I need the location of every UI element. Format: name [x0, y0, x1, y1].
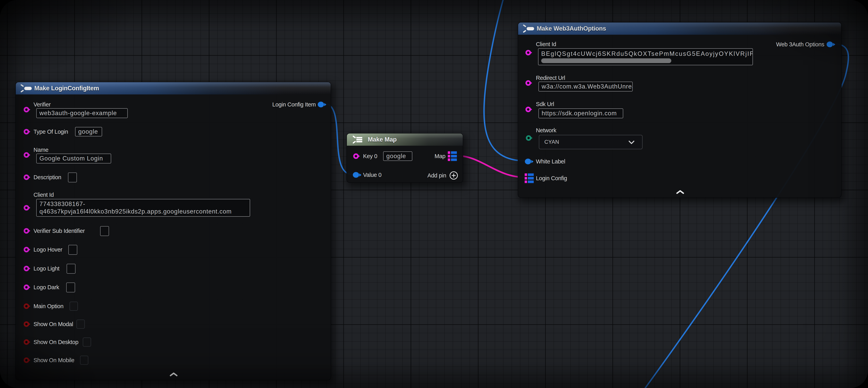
- input-pin-value-0[interactable]: [353, 172, 359, 178]
- input-pin-sdk-url[interactable]: [525, 107, 531, 112]
- logo-dark-input[interactable]: [66, 282, 75, 292]
- input-pin-redirect-url[interactable]: [525, 80, 531, 86]
- pin-label: Verifier: [33, 101, 51, 108]
- redirect-url-input[interactable]: w3a://com.w3a.Web3AuthUnreal: [538, 82, 633, 91]
- pin-label: Key 0: [363, 153, 377, 159]
- node-title: Make Map: [368, 136, 397, 143]
- make-struct-icon: [523, 25, 535, 33]
- client-id-input[interactable]: 774338308167-q463s7kpvja16l4l0kko3nb925i…: [36, 199, 250, 217]
- chevron-down-icon: [628, 140, 635, 145]
- pin-label: Type Of Login: [33, 128, 68, 135]
- node-header[interactable]: Make Web3AuthOptions: [518, 23, 841, 35]
- pin-label: Logo Dark: [33, 284, 59, 291]
- make-map-icon: [353, 136, 365, 144]
- pin-label: Description: [33, 174, 61, 181]
- make-struct-icon: [21, 84, 33, 92]
- output-label: Map: [435, 153, 445, 159]
- key-0-input[interactable]: google: [383, 151, 412, 161]
- input-pin-show-on-desktop[interactable]: [24, 339, 29, 345]
- pin-label: Logo Light: [33, 265, 59, 272]
- pin-label: Logo Hover: [33, 246, 62, 253]
- node-header[interactable]: Make Map: [347, 133, 463, 146]
- node-header[interactable]: Make LoginConfigItem: [16, 82, 331, 94]
- output-pin-map[interactable]: [448, 151, 457, 161]
- node-make-map[interactable]: Make Map Key 0 google Value 0 Map Add pi…: [346, 133, 463, 183]
- add-pin-label: Add pin: [427, 172, 446, 179]
- pin-label: Client Id: [536, 41, 556, 48]
- input-pin-network[interactable]: [526, 135, 531, 141]
- input-pin-key-0[interactable]: [353, 153, 359, 159]
- node-make-web3authoptions[interactable]: Make Web3AuthOptions Web 3Auth Options C…: [518, 22, 842, 198]
- network-value: CYAN: [545, 139, 559, 145]
- input-pin-client-id[interactable]: [525, 50, 531, 55]
- show-on-desktop-checkbox[interactable]: [83, 337, 91, 347]
- wire-map-to-loginconfig[interactable]: [457, 156, 525, 177]
- collapse-node-chevron[interactable]: [676, 189, 684, 195]
- verifier-input[interactable]: web3auth-google-example: [36, 108, 128, 118]
- logo-hover-input[interactable]: [68, 245, 77, 255]
- pin-label: Sdk Url: [536, 101, 554, 108]
- pin-label: Show On Mobile: [33, 357, 74, 363]
- type-of-login-input[interactable]: google: [75, 127, 102, 137]
- output-pin-web3auth-options[interactable]: [827, 41, 833, 47]
- output-pin-login-config-item[interactable]: [318, 102, 324, 108]
- input-pin-main-option[interactable]: [24, 303, 29, 309]
- pin-label: Value 0: [363, 172, 381, 178]
- input-pin-logo-dark[interactable]: [24, 285, 29, 290]
- pin-label: Main Option: [33, 303, 63, 309]
- input-pin-show-on-mobile[interactable]: [24, 357, 29, 363]
- output-label: Web 3Auth Options: [776, 41, 824, 48]
- pin-label: Show On Desktop: [33, 339, 79, 346]
- node-title: Make LoginConfigItem: [34, 85, 99, 92]
- node-make-loginconfigitem[interactable]: Make LoginConfigItem Login Config Item V…: [16, 82, 331, 380]
- pin-label: Name: [33, 147, 49, 153]
- pin-label: Redirect Url: [536, 75, 565, 81]
- verifier-sub-identifier-input[interactable]: [100, 226, 109, 236]
- network-dropdown[interactable]: CYAN: [539, 135, 643, 149]
- pin-label: Network: [536, 127, 556, 134]
- pin-label: Show On Modal: [33, 321, 73, 327]
- input-pin-name[interactable]: [24, 152, 29, 158]
- input-pin-description[interactable]: [24, 175, 29, 180]
- show-on-mobile-checkbox[interactable]: [80, 356, 88, 365]
- node-title: Make Web3AuthOptions: [537, 25, 606, 32]
- input-pin-logo-hover[interactable]: [24, 247, 29, 252]
- logo-light-input[interactable]: [67, 264, 75, 274]
- blueprint-graph-canvas[interactable]: Make LoginConfigItem Login Config Item V…: [0, 0, 868, 388]
- pin-label: Client Id: [33, 191, 54, 198]
- add-pin-icon[interactable]: [449, 171, 458, 180]
- collapse-node-chevron[interactable]: [169, 372, 178, 377]
- sdk-url-input[interactable]: https://sdk.openlogin.com: [538, 109, 623, 118]
- input-pin-verifier[interactable]: [24, 107, 29, 112]
- input-pin-logo-light[interactable]: [24, 266, 29, 271]
- description-input[interactable]: [68, 173, 77, 182]
- output-label: Login Config Item: [272, 101, 316, 108]
- input-pin-type-of-login[interactable]: [24, 129, 29, 135]
- input-pin-login-config[interactable]: [525, 174, 534, 183]
- show-on-modal-checkbox[interactable]: [76, 320, 85, 329]
- pin-label: Login Config: [536, 175, 567, 182]
- name-input[interactable]: Google Custom Login: [36, 154, 111, 163]
- input-pin-verifier-sub-identifier[interactable]: [24, 228, 29, 234]
- input-pin-white-label[interactable]: [525, 159, 531, 165]
- input-pin-client-id[interactable]: [24, 205, 29, 211]
- input-pin-show-on-modal[interactable]: [24, 321, 29, 327]
- client-id-scrollbar[interactable]: [541, 58, 671, 63]
- pin-label: Verifier Sub Identifier: [33, 228, 85, 234]
- main-option-checkbox[interactable]: [69, 302, 78, 311]
- pin-label: White Label: [536, 158, 565, 165]
